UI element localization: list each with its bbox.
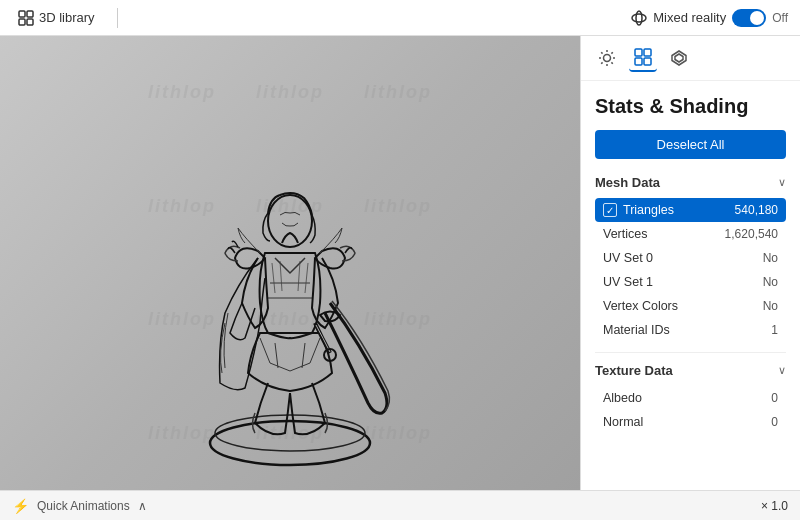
mixed-reality-group: Mixed reality Off [631,9,788,27]
svg-point-5 [636,11,642,25]
table-row: Normal 0 [595,410,786,434]
tab-sun-icon[interactable] [593,44,621,72]
svg-rect-1 [27,11,33,17]
right-panel: Stats & Shading Deselect All Mesh Data ∨… [580,36,800,490]
svg-rect-20 [644,49,651,56]
character-svg [130,43,450,483]
triangles-checkbox[interactable] [603,203,617,217]
mesh-data-chevron[interactable]: ∨ [778,176,786,189]
texture-data-section-header: Texture Data ∨ [595,363,786,378]
table-row: Albedo 0 [595,386,786,410]
mixed-reality-label: Mixed reality [653,10,726,25]
uvset1-value: No [763,275,778,289]
vertices-label: Vertices [603,227,725,241]
chevron-up-icon[interactable]: ∧ [138,499,147,513]
table-row: Vertex Colors No [595,294,786,318]
mixed-reality-icon [631,10,647,26]
svg-rect-21 [635,58,642,65]
table-row: Vertices 1,620,540 [595,222,786,246]
table-row[interactable]: Triangles 540,180 [595,198,786,222]
svg-rect-22 [644,58,651,65]
uvset0-value: No [763,251,778,265]
albedo-value: 0 [771,391,778,405]
albedo-label: Albedo [603,391,771,405]
material-ids-value: 1 [771,323,778,337]
viewport[interactable]: lithloplithloplithlop lithloplithloplith… [0,36,580,490]
bottombar: ⚡ Quick Animations ∧ × 1.0 [0,490,800,520]
svg-line-15 [601,52,602,53]
section-divider [595,352,786,353]
table-row: UV Set 0 No [595,246,786,270]
vertex-colors-label: Vertex Colors [603,299,763,313]
svg-point-8 [268,195,312,247]
svg-line-17 [611,52,612,53]
library-btn[interactable]: 3D library [12,8,101,28]
vertices-value: 1,620,540 [725,227,778,241]
deselect-all-button[interactable]: Deselect All [595,130,786,159]
mixed-reality-toggle[interactable] [732,9,766,27]
bottombar-speed: × 1.0 [761,499,788,513]
table-row: UV Set 1 No [595,270,786,294]
triangles-value: 540,180 [735,203,778,217]
texture-data-label: Texture Data [595,363,673,378]
svg-marker-23 [672,51,686,65]
tab-shading-icon[interactable] [665,44,693,72]
svg-marker-24 [675,54,683,62]
topbar: 3D library Mixed reality Off [0,0,800,36]
texture-data-chevron[interactable]: ∨ [778,364,786,377]
uvset1-label: UV Set 1 [603,275,763,289]
svg-rect-19 [635,49,642,56]
svg-line-16 [611,62,612,63]
toggle-off-label: Off [772,11,788,25]
library-label: 3D library [39,10,95,25]
panel-tabs [581,36,800,81]
quick-anim-icon: ⚡ [12,498,29,514]
panel-title: Stats & Shading [595,95,786,118]
vertex-colors-value: No [763,299,778,313]
panel-content: Stats & Shading Deselect All Mesh Data ∨… [581,81,800,490]
svg-point-6 [210,421,370,465]
tab-stats-icon[interactable] [629,44,657,72]
triangles-label: Triangles [623,203,735,217]
model-figure [0,36,580,490]
main-layout: lithloplithloplithlop lithloplithloplith… [0,36,800,490]
svg-rect-2 [19,19,25,25]
normal-label: Normal [603,415,771,429]
table-row: Material IDs 1 [595,318,786,342]
svg-point-10 [604,55,611,62]
bottombar-chevrons[interactable]: ∧ [138,499,147,513]
material-ids-label: Material IDs [603,323,771,337]
svg-point-4 [632,14,646,22]
topbar-divider [117,8,118,28]
svg-rect-0 [19,11,25,17]
svg-rect-3 [27,19,33,25]
svg-line-18 [601,62,602,63]
quick-anim-label: Quick Animations [37,499,130,513]
uvset0-label: UV Set 0 [603,251,763,265]
mesh-data-section-header: Mesh Data ∨ [595,175,786,190]
mesh-data-label: Mesh Data [595,175,660,190]
normal-value: 0 [771,415,778,429]
